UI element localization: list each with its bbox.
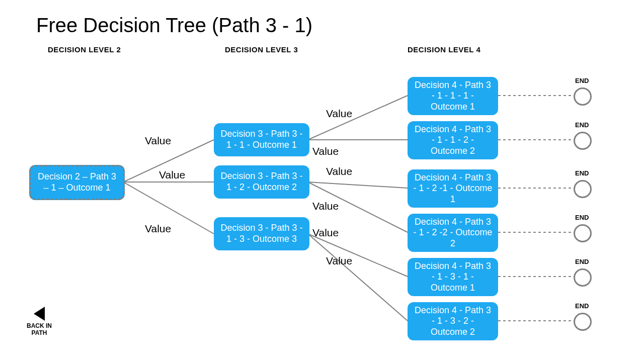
end-label: END (575, 169, 589, 177)
end-label: END (575, 302, 589, 310)
node-decision-2[interactable]: Decision 2 – Path 3 – 1 – Outcome 1 (29, 165, 125, 200)
end-node (574, 268, 592, 287)
end-node (574, 180, 592, 198)
page-title: Free Decision Tree (Path 3 - 1) (36, 14, 312, 37)
edge-label: Value (326, 255, 352, 267)
edge-label: Value (326, 108, 352, 120)
node-decision-4d[interactable]: Decision 4 - Path 3 - 1 - 2 -2 - Outcome… (408, 214, 498, 252)
diagram-canvas: Free Decision Tree (Path 3 - 1) DECISION… (0, 0, 644, 362)
back-in-path-button[interactable]: BACK IN PATH (22, 307, 57, 337)
edge-label: Value (312, 200, 339, 212)
column-header-level-4: DECISION LEVEL 4 (408, 45, 480, 54)
edge-label: Value (312, 145, 339, 157)
edge-label: Value (145, 223, 171, 235)
end-node (574, 313, 592, 331)
svg-line-5 (308, 182, 408, 188)
node-decision-4f[interactable]: Decision 4 - Path 3 - 1 - 3 - 2 - Outcom… (408, 302, 498, 340)
end-node (574, 87, 592, 106)
edge-label: Value (312, 227, 339, 239)
back-button-label: BACK IN PATH (22, 323, 57, 337)
node-decision-3a[interactable]: Decision 3 - Path 3 - 1 - 1 - Outcome 1 (214, 123, 309, 156)
end-label: END (575, 121, 589, 129)
end-label: END (575, 214, 589, 221)
node-decision-3b[interactable]: Decision 3 - Path 3 - 1 - 2 - Outcome 2 (214, 165, 309, 199)
column-header-level-2: DECISION LEVEL 2 (48, 45, 121, 54)
node-decision-4b[interactable]: Decision 4 - Path 3 - 1 - 1 - 2 - Outcom… (408, 121, 498, 159)
end-label: END (575, 77, 589, 84)
column-header-level-3: DECISION LEVEL 3 (225, 45, 298, 54)
back-arrow-icon (34, 307, 45, 321)
svg-line-7 (308, 234, 408, 277)
end-node (574, 224, 592, 242)
end-node (574, 132, 592, 150)
edge-label: Value (145, 135, 171, 147)
node-decision-4c[interactable]: Decision 4 - Path 3 - 1 - 2 -1 - Outcome… (408, 169, 498, 208)
end-label: END (575, 258, 589, 265)
node-decision-4a[interactable]: Decision 4 - Path 3 - 1 - 1 - 1 - Outcom… (408, 77, 498, 115)
node-decision-3c[interactable]: Decision 3 - Path 3 - 1 - 3 - Outcome 3 (214, 217, 309, 250)
svg-line-3 (308, 96, 408, 140)
edge-label: Value (159, 169, 185, 181)
svg-line-8 (308, 234, 408, 321)
edge-label: Value (326, 165, 352, 177)
node-decision-4e[interactable]: Decision 4 - Path 3 - 1 - 3 - 1 - Outcom… (408, 258, 498, 296)
